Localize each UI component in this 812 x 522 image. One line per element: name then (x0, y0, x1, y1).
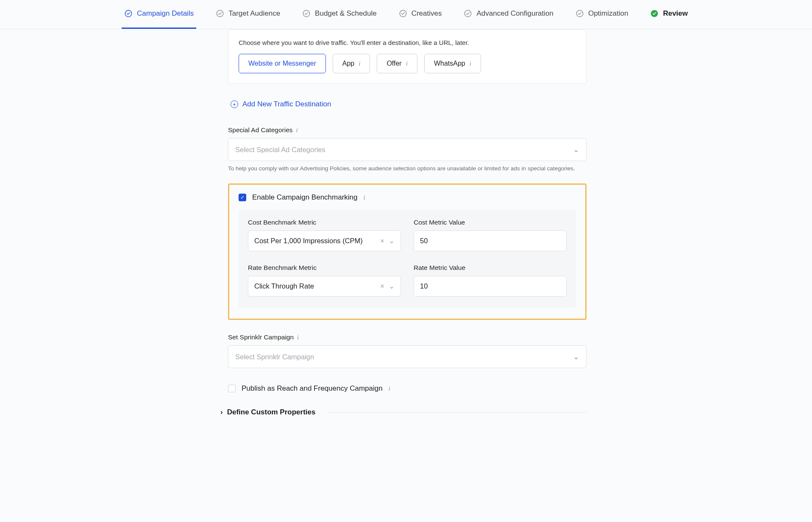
traffic-option-app[interactable]: App i (333, 54, 370, 73)
traffic-option-label: App (342, 60, 354, 67)
cost-value-input-wrap (414, 230, 567, 251)
check-fill-icon (650, 9, 659, 18)
traffic-option-website[interactable]: Website or Messenger (239, 54, 326, 73)
traffic-option-label: Website or Messenger (248, 60, 316, 67)
check-circle-icon (576, 9, 584, 18)
rate-value-label: Rate Metric Value (414, 264, 567, 272)
cost-metric-select[interactable]: Cost Per 1,000 Impressions (CPM) × ⌄ (248, 230, 401, 251)
tab-optimization[interactable]: Optimization (573, 0, 631, 29)
define-custom-label: Define Custom Properties (227, 408, 316, 416)
tab-budget-schedule[interactable]: Budget & Schedule (300, 0, 379, 29)
info-icon: i (406, 60, 408, 67)
rate-metric-select[interactable]: Click Through Rate × ⌄ (248, 276, 401, 297)
divider (328, 412, 587, 413)
tab-creatives[interactable]: Creatives (396, 0, 445, 29)
tab-label: Advanced Configuration (476, 9, 553, 18)
chevron-right-icon: › (220, 408, 223, 416)
check-circle-icon (216, 9, 224, 18)
info-icon: i (296, 127, 298, 134)
rate-metric-label: Rate Benchmark Metric (248, 264, 401, 272)
tab-label: Target Audience (228, 9, 280, 18)
select-placeholder: Select Sprinklr Campaign (235, 353, 314, 361)
label-text: Set Sprinklr Campaign (228, 333, 294, 341)
tab-target-audience[interactable]: Target Audience (213, 0, 283, 29)
add-traffic-destination-link[interactable]: + Add New Traffic Destination (231, 100, 587, 108)
special-categories-help: To help you comply with our Advertising … (228, 165, 587, 172)
sprinklr-campaign-select[interactable]: Select Sprinklr Campaign ⌄ (228, 345, 587, 368)
tab-campaign-details[interactable]: Campaign Details (122, 0, 196, 29)
cost-value-input[interactable] (420, 237, 560, 245)
info-icon: i (389, 385, 390, 392)
publish-reach-checkbox[interactable] (228, 385, 236, 392)
rate-value-input[interactable] (420, 282, 560, 290)
cost-metric-value: Cost Per 1,000 Impressions (CPM) (254, 237, 363, 245)
special-categories-select[interactable]: Select Special Ad Categories ⌄ (228, 138, 587, 161)
chevron-down-icon[interactable]: ⌄ (389, 237, 395, 245)
enable-benchmarking-row: ✓ Enable Campaign Benchmarking i (239, 193, 576, 202)
clear-icon[interactable]: × (380, 282, 384, 290)
check-circle-icon (464, 9, 472, 18)
tab-advanced-config[interactable]: Advanced Configuration (461, 0, 556, 29)
cost-metric-cell: Cost Benchmark Metric Cost Per 1,000 Imp… (248, 219, 401, 251)
label-text: Special Ad Categories (228, 126, 293, 134)
clear-icon[interactable]: × (380, 237, 384, 245)
sprinklr-campaign-label: Set Sprinklr Campaign i (228, 333, 587, 341)
tab-label: Campaign Details (137, 9, 194, 18)
info-icon: i (364, 194, 365, 201)
traffic-options: Website or Messenger App i Offer i Whats… (239, 54, 576, 73)
benchmarking-highlight: ✓ Enable Campaign Benchmarking i Cost Be… (228, 183, 587, 320)
chevron-down-icon[interactable]: ⌄ (389, 282, 395, 290)
info-icon: i (297, 334, 299, 341)
special-categories-label: Special Ad Categories i (228, 126, 587, 134)
enable-benchmarking-label: Enable Campaign Benchmarking (252, 193, 358, 202)
wizard-tabs: Campaign Details Target Audience Budget … (0, 0, 812, 29)
rate-value-cell: Rate Metric Value (414, 264, 567, 297)
define-custom-properties-toggle[interactable]: › Define Custom Properties (220, 408, 587, 416)
info-icon: i (359, 60, 360, 67)
cost-metric-label: Cost Benchmark Metric (248, 219, 401, 226)
chevron-down-icon: ⌄ (573, 352, 579, 361)
enable-benchmarking-checkbox[interactable]: ✓ (239, 194, 246, 201)
cost-value-label: Cost Metric Value (414, 219, 567, 226)
check-circle-icon (124, 9, 133, 18)
info-icon: i (470, 60, 471, 67)
publish-reach-row: Publish as Reach and Frequency Campaign … (228, 384, 587, 393)
rate-value-input-wrap (414, 276, 567, 297)
chevron-down-icon: ⌄ (573, 145, 579, 154)
traffic-option-offer[interactable]: Offer i (377, 54, 417, 73)
plus-circle-icon: + (231, 100, 238, 108)
tab-label: Review (663, 9, 688, 18)
check-circle-icon (399, 9, 407, 18)
rate-metric-cell: Rate Benchmark Metric Click Through Rate… (248, 264, 401, 297)
traffic-option-label: Offer (387, 60, 401, 67)
check-circle-icon (302, 9, 311, 18)
cost-value-cell: Cost Metric Value (414, 219, 567, 251)
benchmarking-grid: Cost Benchmark Metric Cost Per 1,000 Imp… (239, 209, 576, 308)
traffic-description: Choose where you want to drive traffic. … (239, 39, 576, 46)
select-placeholder: Select Special Ad Categories (235, 146, 325, 154)
traffic-destination-card: Choose where you want to drive traffic. … (228, 29, 587, 84)
traffic-option-label: WhatsApp (434, 60, 465, 67)
add-traffic-label: Add New Traffic Destination (242, 100, 331, 108)
publish-reach-label: Publish as Reach and Frequency Campaign (242, 384, 383, 393)
tab-label: Budget & Schedule (315, 9, 377, 18)
rate-metric-value: Click Through Rate (254, 282, 314, 290)
tab-label: Optimization (588, 9, 628, 18)
traffic-option-whatsapp[interactable]: WhatsApp i (424, 54, 481, 73)
tab-review[interactable]: Review (648, 0, 690, 29)
tab-label: Creatives (412, 9, 442, 18)
